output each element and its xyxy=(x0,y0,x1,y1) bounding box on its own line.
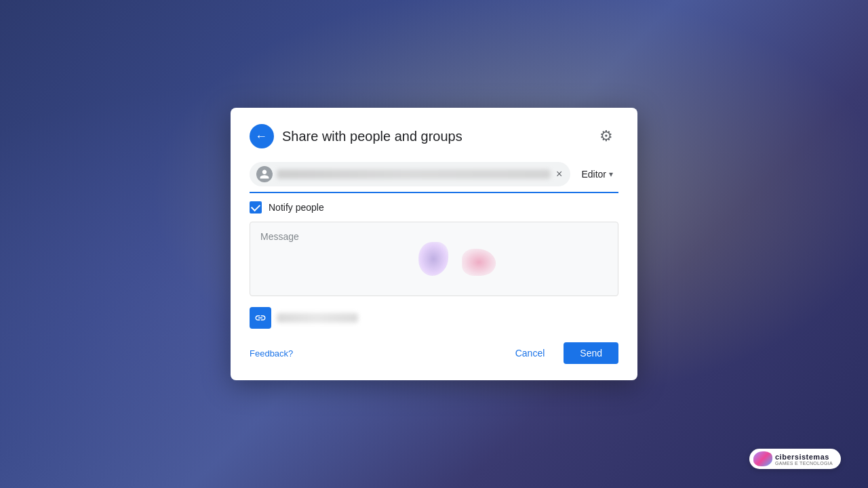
send-button[interactable]: Send xyxy=(564,342,618,364)
dialog-header: ← Share with people and groups ⚙ xyxy=(250,124,618,148)
link-icon-box xyxy=(250,307,271,329)
header-left: ← Share with people and groups xyxy=(250,124,462,148)
footer-buttons: Cancel Send xyxy=(505,342,618,364)
watermark-blob-icon xyxy=(753,451,772,466)
link-text-blurred xyxy=(277,313,358,323)
dialog-title: Share with people and groups xyxy=(282,129,462,144)
dialog-footer: Feedback? Cancel Send xyxy=(250,342,618,364)
editor-dropdown-button[interactable]: Editor ▾ xyxy=(576,165,618,184)
settings-button[interactable]: ⚙ xyxy=(594,124,618,148)
watermark-badge: cibersistemas GAMES E TECNOLOGIA xyxy=(749,449,841,469)
chevron-down-icon: ▾ xyxy=(609,169,613,179)
watermark-text-block: cibersistemas GAMES E TECNOLOGIA xyxy=(775,453,833,466)
link-icon xyxy=(254,312,267,324)
message-input[interactable] xyxy=(250,222,618,296)
cancel-button[interactable]: Cancel xyxy=(505,342,556,364)
link-section-row xyxy=(250,307,618,329)
watermark: cibersistemas GAMES E TECNOLOGIA xyxy=(749,449,841,469)
notify-row: Notify people xyxy=(250,201,618,214)
notify-checkbox[interactable] xyxy=(250,201,262,214)
watermark-brand: cibersistemas xyxy=(775,453,833,461)
notify-label: Notify people xyxy=(269,202,324,213)
feedback-link[interactable]: Feedback? xyxy=(250,348,293,359)
back-button[interactable]: ← xyxy=(250,124,274,148)
watermark-sub: GAMES E TECNOLOGIA xyxy=(775,461,833,466)
gear-icon: ⚙ xyxy=(599,127,613,145)
person-icon xyxy=(256,166,273,182)
person-svg xyxy=(259,169,270,180)
remove-recipient-button[interactable]: × xyxy=(555,169,564,180)
message-wrapper: Message xyxy=(250,222,618,296)
recipient-field[interactable]: × xyxy=(250,162,570,186)
editor-label: Editor xyxy=(581,169,606,180)
back-arrow-icon: ← xyxy=(255,130,267,142)
recipient-input-row: × Editor ▾ xyxy=(250,162,618,193)
share-dialog: ← Share with people and groups ⚙ × Edito… xyxy=(231,108,637,380)
recipient-text-blurred xyxy=(277,169,551,179)
